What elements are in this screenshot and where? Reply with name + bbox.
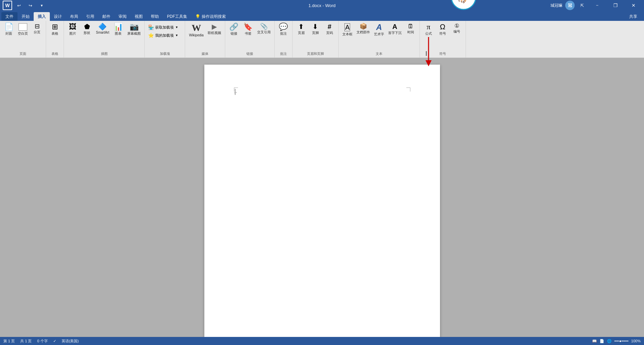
special-symbol-button[interactable]: ① 编号 [450,22,464,35]
media-group-label: 媒体 [202,51,208,58]
status-view-print[interactable]: 📄 [600,339,604,343]
header-button[interactable]: ⬆ 页眉 [295,22,308,36]
search-box[interactable]: 💡 操作说明搜索 [191,12,230,21]
brand-circle-icon: 🐎 [450,0,480,11]
status-zoom-level: 100% [631,339,641,343]
document-page[interactable]: ↵ [204,65,440,337]
tab-layout[interactable]: 布局 [66,12,82,21]
ribbon-group-symbols: π 公式 Ω 符号 ① 编号 符号 [420,21,466,58]
dropcap-icon: A [393,23,397,30]
bookmark-button[interactable]: 🔖 书签 [241,22,255,37]
blank-page-button[interactable]: 空白页 [16,22,30,37]
table-button[interactable]: ⊞ 表格 [48,22,62,37]
tab-file[interactable]: 文件 [1,12,18,21]
overflow-mark: ↵ [234,91,237,95]
document-area[interactable]: ↵ [0,58,644,337]
status-view-web[interactable]: 🌐 [607,339,612,343]
window-close-btn[interactable]: ✕ [626,0,641,11]
status-bar-left: 第 1 页 共 1 页 0 个字 ✓ 英语(美国) [3,339,79,344]
pages-group-label: 页面 [20,51,26,58]
table-group-label: 表格 [52,51,58,58]
footer-icon: ⬇ [312,23,318,30]
user-area: 🐎 云骑士 城冠嘛 冠 ⇱ － ❐ ✕ [420,0,641,19]
screenshot-button[interactable]: 📷 屏幕截图 [126,22,142,37]
docparts-icon: 📦 [360,23,367,29]
symbol-button[interactable]: Ω 符号 [436,22,449,37]
pagebreak-icon: ⊟ [35,23,40,29]
my-addins-button[interactable]: ⭐ 我的加载项 ▼ [147,32,183,39]
status-language: 英语(美国) [62,339,79,344]
chart-button[interactable]: 📊 图表 [111,22,125,37]
app-icon: W [3,1,12,10]
status-view-read[interactable]: 📖 [592,339,597,343]
illustrations-group-label: 插图 [101,51,108,58]
ribbon-group-text: A 文本框 📦 文档部件 A 艺术字 A 首字下沉 🗓 时间 文本 [339,21,420,58]
ribbon: 📄 封面 空白页 ⊟ 分页 页面 ⊞ 表格 表格 🖼 [0,21,644,58]
title-bar: W ↩ ↪ ▼ 1.docx - Word 🐎 云骑士 城冠嘛 冠 ⇱ － ❐ [0,0,644,11]
tab-review[interactable]: 审阅 [114,12,131,21]
dropdown-icon2: ▼ [175,34,178,37]
get-addins-button[interactable]: 🏪 获取加载项 ▼ [147,24,183,31]
status-page: 第 1 页 [3,339,15,344]
quick-access-redo[interactable]: ↪ [26,1,35,10]
window-minimize-btn[interactable]: － [589,0,605,11]
online-video-button[interactable]: ▶ 联机视频 [206,22,223,36]
brand-name: 云骑士 [476,0,511,2]
ribbon-group-illustrations: 🖼 图片 ⬟ 形状 🔷 SmartArt 📊 图表 📷 屏幕截图 插图 [64,21,145,58]
chart-icon: 📊 [114,23,123,31]
status-words: 0 个字 [37,339,47,344]
shapes-icon: ⬟ [84,23,90,30]
my-addins-icon: ⭐ [148,33,154,38]
shapes-button[interactable]: ⬟ 形状 [80,22,94,36]
cover-button[interactable]: 📄 封面 [2,22,15,37]
crossref-button[interactable]: 📎 交叉引用 [256,22,272,36]
symbols-group-label: 符号 [439,51,446,58]
table-icon: ⊞ [52,23,58,31]
corner-mark-tr [406,88,410,92]
headerfoot-group-label: 页眉和页脚 [307,51,324,58]
tab-design[interactable]: 设计 [50,12,66,21]
window-restore-btn[interactable]: ❐ [608,0,623,11]
page-break-button[interactable]: ⊟ 分页 [30,22,44,36]
dropdown-icon: ▼ [175,26,178,29]
wikipedia-button[interactable]: W Wikipedia [187,22,205,38]
status-zoom-slider[interactable]: ━━●━━━ [614,339,629,343]
quick-access-undo[interactable]: ↩ [14,1,24,10]
text-group-label: 文本 [376,51,382,58]
textbox-button[interactable]: A 文本框 [341,22,354,38]
formula-button[interactable]: π 公式 [422,22,435,37]
footer-button[interactable]: ⬇ 页脚 [309,22,322,36]
tab-home[interactable]: 开始 [18,12,34,21]
formula-icon: π [427,23,430,31]
tab-mailings[interactable]: 邮件 [98,12,114,21]
comment-icon: 💬 [279,23,288,31]
tab-insert[interactable]: 插入 [34,12,50,21]
comments-group-label: 批注 [280,51,287,58]
special-symbol-icon: ① [454,23,459,29]
search-icon: 💡 [195,14,200,19]
tab-help[interactable]: 帮助 [147,12,163,21]
pictures-button[interactable]: 🖼 图片 [66,22,79,37]
online-video-icon: ▶ [212,23,217,30]
smartart-button[interactable]: 🔷 SmartArt [94,22,111,35]
user-avatar[interactable]: 冠 [565,1,575,10]
status-total-pages: 共 1 页 [20,339,32,344]
wordart-button[interactable]: A 艺术字 [372,22,386,38]
smartart-icon: 🔷 [98,23,107,30]
share-button[interactable]: 共享 [625,12,641,21]
user-name: 城冠嘛 [550,3,563,8]
page-number-button[interactable]: # 页码 [323,22,336,36]
status-check: ✓ [53,339,56,343]
docparts-button[interactable]: 📦 文档部件 [355,22,372,36]
ribbon-group-headerfoot: ⬆ 页眉 ⬇ 页脚 # 页码 页眉和页脚 [293,21,339,58]
quick-access-customize[interactable]: ▼ [37,1,46,10]
link-button[interactable]: 🔗 链接 [227,22,241,37]
tab-view[interactable]: 视图 [131,12,147,21]
tab-references[interactable]: 引用 [82,12,98,21]
datetime-button[interactable]: 🗓 时间 [404,22,417,36]
pictures-icon: 🖼 [69,23,76,31]
dropcap-button[interactable]: A 首字下沉 [386,22,403,36]
tab-pdftool[interactable]: PDF工具集 [163,12,191,21]
comment-button[interactable]: 💬 批注 [277,22,290,37]
window-resize-icon[interactable]: ⇱ [577,1,587,10]
